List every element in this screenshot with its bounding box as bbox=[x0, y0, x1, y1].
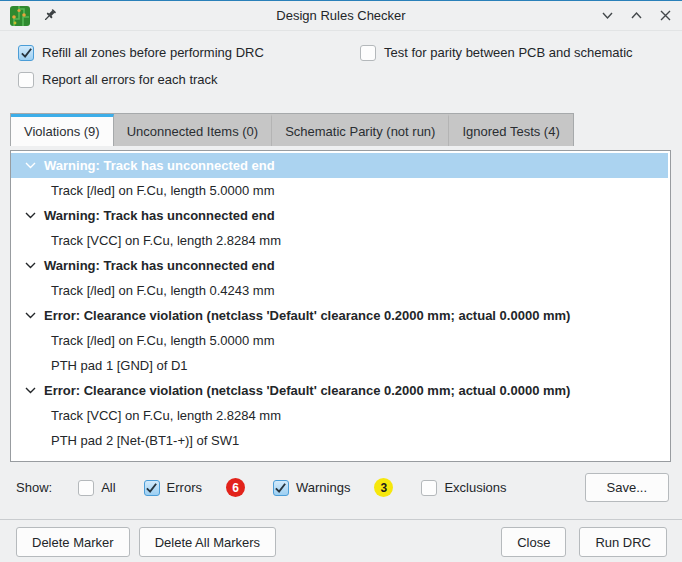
violation-text: PTH pad 1 [GND] of D1 bbox=[51, 358, 188, 373]
violation-text: Warning: Track has unconnected end bbox=[44, 208, 275, 223]
filter-errors-checkbox[interactable]: Errors bbox=[144, 480, 202, 496]
checkbox-checked-icon bbox=[18, 45, 34, 61]
run-drc-button[interactable]: Run DRC bbox=[579, 527, 667, 557]
error-count-badge: 6 bbox=[226, 478, 245, 497]
violation-group-row[interactable]: Error: Clearance violation (netclass 'De… bbox=[11, 303, 670, 328]
pin-window-icon[interactable] bbox=[42, 8, 57, 23]
shade-window-icon[interactable] bbox=[601, 9, 614, 22]
kicad-pcb-app-icon bbox=[10, 6, 30, 26]
violation-detail-row[interactable]: PTH pad 1 [GND] of D1 bbox=[11, 353, 670, 378]
checkbox-unchecked-icon bbox=[421, 480, 437, 496]
tab-ignored-tests[interactable]: Ignored Tests (4) bbox=[449, 114, 572, 146]
show-label: Show: bbox=[16, 480, 52, 495]
checkbox-unchecked-icon bbox=[78, 480, 94, 496]
refill-zones-label: Refill all zones before performing DRC bbox=[42, 45, 264, 60]
checkbox-unchecked-icon bbox=[18, 72, 34, 88]
violation-text: Track [VCC] on F.Cu, length 2.8284 mm bbox=[51, 408, 281, 423]
violation-text: Track [/led] on F.Cu, length 5.0000 mm bbox=[51, 183, 275, 198]
violation-text: Warning: Track has unconnected end bbox=[44, 158, 275, 173]
filter-all-checkbox[interactable]: All bbox=[78, 480, 115, 496]
violation-detail-row[interactable]: Track [/led] on F.Cu, length 5.0000 mm bbox=[11, 178, 670, 203]
tab-unconnected-items[interactable]: Unconnected Items (0) bbox=[114, 114, 273, 146]
violation-text: Track [VCC] on F.Cu, length 2.8284 mm bbox=[51, 233, 281, 248]
filter-errors-label: Errors bbox=[167, 480, 202, 495]
warning-count-badge: 3 bbox=[374, 478, 393, 497]
violation-text: Error: Clearance violation (netclass 'De… bbox=[44, 308, 570, 323]
footer-actions: Delete Marker Delete All Markers Close R… bbox=[16, 527, 667, 557]
delete-all-markers-button[interactable]: Delete All Markers bbox=[139, 527, 276, 557]
drc-dialog: { "window": { "title": "Design Rules Che… bbox=[0, 0, 682, 562]
report-each-track-checkbox[interactable]: Report all errors for each track bbox=[18, 66, 664, 93]
drc-options: Refill all zones before performing DRC T… bbox=[0, 31, 682, 93]
tab-schematic-parity[interactable]: Schematic Parity (not run) bbox=[272, 114, 449, 146]
violation-detail-row[interactable]: Track [/led] on F.Cu, length 0.4243 mm bbox=[11, 278, 670, 303]
parity-checkbox[interactable]: Test for parity between PCB and schemati… bbox=[360, 39, 633, 66]
violation-detail-row[interactable]: PTH pad 2 [Net-(BT1-+)] of SW1 bbox=[11, 428, 670, 453]
violation-text: Track [/led] on F.Cu, length 5.0000 mm bbox=[51, 333, 275, 348]
violation-group-row[interactable]: Warning: Track has unconnected end bbox=[11, 203, 670, 228]
violation-text: Track [/led] on F.Cu, length 0.4243 mm bbox=[51, 283, 275, 298]
violation-group-row[interactable]: Warning: Track has unconnected end bbox=[11, 153, 668, 178]
save-button[interactable]: Save... bbox=[585, 473, 669, 502]
filter-warnings-label: Warnings bbox=[296, 480, 350, 495]
violation-text: Error: Clearance violation (netclass 'De… bbox=[44, 383, 570, 398]
filter-exclusions-label: Exclusions bbox=[444, 480, 506, 495]
violation-text: PTH pad 2 [Net-(BT1-+)] of SW1 bbox=[51, 433, 239, 448]
titlebar: Design Rules Checker bbox=[0, 1, 682, 31]
checkbox-checked-icon bbox=[144, 480, 160, 496]
report-each-track-label: Report all errors for each track bbox=[42, 72, 218, 87]
parity-label: Test for parity between PCB and schemati… bbox=[384, 45, 633, 60]
unshade-window-icon[interactable] bbox=[630, 9, 643, 22]
violations-list: Warning: Track has unconnected end Track… bbox=[10, 150, 671, 462]
tab-bar: Violations (9) Unconnected Items (0) Sch… bbox=[10, 113, 574, 146]
tab-violations[interactable]: Violations (9) bbox=[11, 114, 114, 146]
violation-text: Warning: Track has unconnected end bbox=[44, 258, 275, 273]
footer-separator bbox=[0, 519, 682, 520]
chevron-down-icon[interactable] bbox=[25, 312, 36, 319]
filter-exclusions-checkbox[interactable]: Exclusions bbox=[421, 480, 506, 496]
violation-group-row-clipped[interactable]: Error: Clearance violation (netclass 'De… bbox=[11, 453, 670, 462]
violation-detail-row[interactable]: Track [/led] on F.Cu, length 5.0000 mm bbox=[11, 328, 670, 353]
violation-group-row[interactable]: Warning: Track has unconnected end bbox=[11, 253, 670, 278]
violation-detail-row[interactable]: Track [VCC] on F.Cu, length 2.8284 mm bbox=[11, 403, 670, 428]
filter-all-label: All bbox=[101, 480, 115, 495]
violation-text: Error: Clearance violation (netclass 'De… bbox=[44, 458, 570, 462]
close-button[interactable]: Close bbox=[501, 527, 566, 557]
show-filter-bar: Show: All Errors 6 Warnings 3 Exclusions… bbox=[16, 472, 669, 503]
filter-warnings-checkbox[interactable]: Warnings bbox=[273, 480, 350, 496]
close-window-icon[interactable] bbox=[659, 9, 672, 22]
checkbox-checked-icon bbox=[273, 480, 289, 496]
chevron-down-icon[interactable] bbox=[25, 262, 36, 269]
violation-detail-row[interactable]: Track [VCC] on F.Cu, length 2.8284 mm bbox=[11, 228, 670, 253]
chevron-down-icon[interactable] bbox=[25, 387, 36, 394]
delete-marker-button[interactable]: Delete Marker bbox=[16, 527, 130, 557]
window-title: Design Rules Checker bbox=[0, 8, 682, 23]
chevron-down-icon[interactable] bbox=[25, 212, 36, 219]
violation-group-row[interactable]: Error: Clearance violation (netclass 'De… bbox=[11, 378, 670, 403]
checkbox-unchecked-icon bbox=[360, 45, 376, 61]
chevron-down-icon[interactable] bbox=[25, 162, 36, 169]
